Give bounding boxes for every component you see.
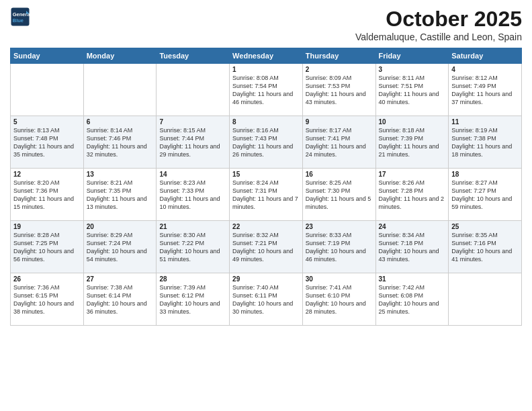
day-number: 11 bbox=[451, 118, 519, 126]
calendar-cell: 7Sunrise: 8:15 AM Sunset: 7:44 PM Daylig… bbox=[157, 116, 230, 169]
day-header-thursday: Thursday bbox=[302, 48, 375, 64]
day-number: 2 bbox=[306, 66, 373, 73]
calendar-header-row: SundayMondayTuesdayWednesdayThursdayFrid… bbox=[11, 48, 522, 64]
calendar-cell: 24Sunrise: 8:34 AM Sunset: 7:18 PM Dayli… bbox=[375, 221, 449, 273]
day-content: Sunrise: 8:21 AM Sunset: 7:35 PM Dayligh… bbox=[87, 179, 154, 212]
day-content: Sunrise: 8:17 AM Sunset: 7:41 PM Dayligh… bbox=[306, 126, 373, 159]
day-number: 18 bbox=[451, 171, 519, 178]
day-content: Sunrise: 8:13 AM Sunset: 7:48 PM Dayligh… bbox=[13, 126, 81, 159]
day-header-tuesday: Tuesday bbox=[157, 48, 230, 64]
day-content: Sunrise: 7:40 AM Sunset: 6:11 PM Dayligh… bbox=[232, 283, 300, 316]
day-content: Sunrise: 8:25 AM Sunset: 7:30 PM Dayligh… bbox=[306, 179, 373, 212]
day-number: 20 bbox=[87, 223, 154, 230]
calendar-cell: 11Sunrise: 8:19 AM Sunset: 7:38 PM Dayli… bbox=[449, 116, 522, 169]
day-number: 15 bbox=[232, 171, 300, 178]
title-block: October 2025 Valdemaluque, Castille and … bbox=[355, 7, 522, 42]
day-number: 26 bbox=[13, 275, 81, 283]
day-content: Sunrise: 8:30 AM Sunset: 7:22 PM Dayligh… bbox=[159, 231, 226, 264]
calendar-table: SundayMondayTuesdayWednesdayThursdayFrid… bbox=[10, 48, 522, 326]
day-number: 28 bbox=[159, 275, 226, 283]
calendar-cell bbox=[449, 273, 522, 326]
calendar-cell: 2Sunrise: 8:09 AM Sunset: 7:53 PM Daylig… bbox=[302, 64, 375, 116]
day-number: 24 bbox=[379, 223, 446, 230]
day-number: 16 bbox=[306, 171, 373, 178]
day-content: Sunrise: 8:23 AM Sunset: 7:33 PM Dayligh… bbox=[159, 179, 226, 212]
calendar-cell: 8Sunrise: 8:16 AM Sunset: 7:43 PM Daylig… bbox=[230, 116, 303, 169]
calendar-week-5: 26Sunrise: 7:36 AM Sunset: 6:15 PM Dayli… bbox=[11, 273, 522, 326]
day-number: 17 bbox=[379, 171, 446, 178]
calendar-cell: 13Sunrise: 8:21 AM Sunset: 7:35 PM Dayli… bbox=[83, 169, 157, 221]
day-content: Sunrise: 8:35 AM Sunset: 7:16 PM Dayligh… bbox=[451, 231, 519, 264]
day-content: Sunrise: 8:26 AM Sunset: 7:28 PM Dayligh… bbox=[379, 179, 446, 212]
day-content: Sunrise: 8:33 AM Sunset: 7:19 PM Dayligh… bbox=[306, 231, 373, 264]
logo: General Blue bbox=[10, 7, 30, 27]
calendar-cell: 27Sunrise: 7:38 AM Sunset: 6:14 PM Dayli… bbox=[83, 273, 157, 326]
day-content: Sunrise: 8:15 AM Sunset: 7:44 PM Dayligh… bbox=[159, 126, 226, 159]
day-content: Sunrise: 8:32 AM Sunset: 7:21 PM Dayligh… bbox=[232, 231, 300, 264]
day-content: Sunrise: 7:36 AM Sunset: 6:15 PM Dayligh… bbox=[13, 283, 81, 316]
day-content: Sunrise: 8:29 AM Sunset: 7:24 PM Dayligh… bbox=[87, 231, 154, 264]
svg-text:Blue: Blue bbox=[13, 17, 24, 24]
calendar-cell: 12Sunrise: 8:20 AM Sunset: 7:36 PM Dayli… bbox=[11, 169, 84, 221]
day-content: Sunrise: 8:27 AM Sunset: 7:27 PM Dayligh… bbox=[451, 179, 519, 212]
calendar-week-4: 19Sunrise: 8:28 AM Sunset: 7:25 PM Dayli… bbox=[11, 221, 522, 273]
page: General Blue October 2025 Valdemaluque, … bbox=[0, 0, 532, 411]
logo-icon: General Blue bbox=[10, 7, 30, 27]
day-number: 12 bbox=[13, 171, 81, 178]
calendar-cell: 26Sunrise: 7:36 AM Sunset: 6:15 PM Dayli… bbox=[11, 273, 84, 326]
calendar-cell: 1Sunrise: 8:08 AM Sunset: 7:54 PM Daylig… bbox=[230, 64, 303, 116]
day-number: 23 bbox=[306, 223, 373, 230]
calendar-cell: 16Sunrise: 8:25 AM Sunset: 7:30 PM Dayli… bbox=[302, 169, 375, 221]
day-content: Sunrise: 8:14 AM Sunset: 7:46 PM Dayligh… bbox=[87, 126, 154, 159]
day-number: 21 bbox=[159, 223, 226, 230]
calendar-cell: 25Sunrise: 8:35 AM Sunset: 7:16 PM Dayli… bbox=[449, 221, 522, 273]
calendar-cell: 29Sunrise: 7:40 AM Sunset: 6:11 PM Dayli… bbox=[230, 273, 303, 326]
day-number: 7 bbox=[159, 118, 226, 126]
day-number: 4 bbox=[451, 66, 519, 73]
calendar-cell: 28Sunrise: 7:39 AM Sunset: 6:12 PM Dayli… bbox=[157, 273, 230, 326]
calendar-cell: 19Sunrise: 8:28 AM Sunset: 7:25 PM Dayli… bbox=[11, 221, 84, 273]
day-number: 29 bbox=[232, 275, 300, 283]
day-content: Sunrise: 8:28 AM Sunset: 7:25 PM Dayligh… bbox=[13, 231, 81, 264]
calendar-cell: 15Sunrise: 8:24 AM Sunset: 7:31 PM Dayli… bbox=[230, 169, 303, 221]
day-number: 27 bbox=[87, 275, 154, 283]
day-number: 8 bbox=[232, 118, 300, 126]
day-number: 1 bbox=[232, 66, 300, 73]
calendar-cell: 3Sunrise: 8:11 AM Sunset: 7:51 PM Daylig… bbox=[375, 64, 449, 116]
sub-title: Valdemaluque, Castille and Leon, Spain bbox=[355, 32, 522, 42]
header: General Blue October 2025 Valdemaluque, … bbox=[10, 7, 522, 42]
calendar-cell: 23Sunrise: 8:33 AM Sunset: 7:19 PM Dayli… bbox=[302, 221, 375, 273]
day-number: 10 bbox=[379, 118, 446, 126]
calendar-body: 1Sunrise: 8:08 AM Sunset: 7:54 PM Daylig… bbox=[11, 64, 522, 326]
calendar-cell: 4Sunrise: 8:12 AM Sunset: 7:49 PM Daylig… bbox=[449, 64, 522, 116]
svg-text:General: General bbox=[13, 11, 30, 17]
calendar-cell: 30Sunrise: 7:41 AM Sunset: 6:10 PM Dayli… bbox=[302, 273, 375, 326]
day-number: 22 bbox=[232, 223, 300, 230]
calendar-week-1: 1Sunrise: 8:08 AM Sunset: 7:54 PM Daylig… bbox=[11, 64, 522, 116]
calendar-cell: 31Sunrise: 7:42 AM Sunset: 6:08 PM Dayli… bbox=[375, 273, 449, 326]
day-number: 14 bbox=[159, 171, 226, 178]
day-content: Sunrise: 8:16 AM Sunset: 7:43 PM Dayligh… bbox=[232, 126, 300, 159]
day-content: Sunrise: 8:12 AM Sunset: 7:49 PM Dayligh… bbox=[451, 74, 519, 107]
day-content: Sunrise: 7:38 AM Sunset: 6:14 PM Dayligh… bbox=[87, 283, 154, 316]
day-content: Sunrise: 7:41 AM Sunset: 6:10 PM Dayligh… bbox=[306, 283, 373, 316]
day-content: Sunrise: 8:19 AM Sunset: 7:38 PM Dayligh… bbox=[451, 126, 519, 159]
day-content: Sunrise: 8:20 AM Sunset: 7:36 PM Dayligh… bbox=[13, 179, 81, 212]
calendar-cell: 9Sunrise: 8:17 AM Sunset: 7:41 PM Daylig… bbox=[302, 116, 375, 169]
calendar-week-3: 12Sunrise: 8:20 AM Sunset: 7:36 PM Dayli… bbox=[11, 169, 522, 221]
day-header-friday: Friday bbox=[375, 48, 449, 64]
day-content: Sunrise: 8:34 AM Sunset: 7:18 PM Dayligh… bbox=[379, 231, 446, 264]
calendar-cell: 14Sunrise: 8:23 AM Sunset: 7:33 PM Dayli… bbox=[157, 169, 230, 221]
day-content: Sunrise: 8:11 AM Sunset: 7:51 PM Dayligh… bbox=[379, 74, 446, 107]
calendar-cell: 10Sunrise: 8:18 AM Sunset: 7:39 PM Dayli… bbox=[375, 116, 449, 169]
day-number: 3 bbox=[379, 66, 446, 73]
calendar-cell: 18Sunrise: 8:27 AM Sunset: 7:27 PM Dayli… bbox=[449, 169, 522, 221]
day-number: 25 bbox=[451, 223, 519, 230]
day-content: Sunrise: 8:09 AM Sunset: 7:53 PM Dayligh… bbox=[306, 74, 373, 107]
calendar-cell: 5Sunrise: 8:13 AM Sunset: 7:48 PM Daylig… bbox=[11, 116, 84, 169]
calendar-cell bbox=[157, 64, 230, 116]
day-number: 31 bbox=[379, 275, 446, 283]
day-number: 6 bbox=[87, 118, 154, 126]
day-header-monday: Monday bbox=[83, 48, 157, 64]
day-number: 5 bbox=[13, 118, 81, 126]
